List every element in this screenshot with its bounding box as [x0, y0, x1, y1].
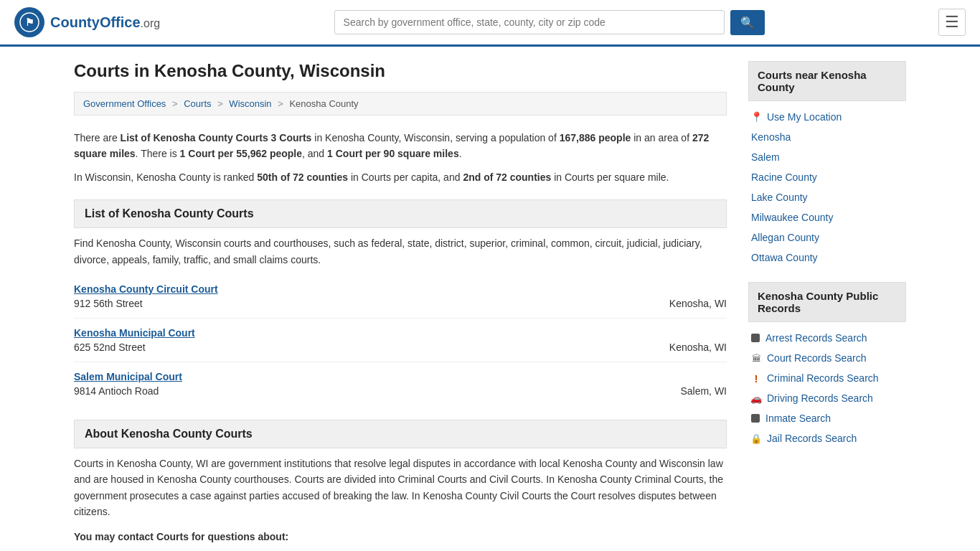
- sidebar-item-racine-county[interactable]: Racine County: [748, 167, 906, 187]
- search-area: 🔍: [334, 10, 765, 35]
- sidebar-link-court-records[interactable]: 🏛 Court Records Search: [748, 348, 906, 368]
- square-icon: [751, 334, 760, 342]
- sidebar-use-location[interactable]: 📍 Use My Location: [748, 107, 906, 127]
- person-icon: [751, 414, 760, 423]
- sidebar-item-allegan-county[interactable]: Allegan County: [748, 227, 906, 248]
- info-paragraph-1: There are List of Kenosha County Courts …: [74, 130, 727, 162]
- sidebar-use-location-label: Use My Location: [767, 111, 842, 123]
- court-address-salem: 9814 Antioch Road: [74, 385, 159, 397]
- sidebar-link-driving[interactable]: 🚗 Driving Records Search: [748, 388, 906, 408]
- sidebar-link-inmate[interactable]: Inmate Search: [748, 408, 906, 428]
- sidebar-public-records-title: Kenosha County Public Records: [748, 282, 906, 322]
- content-area: Courts in Kenosha County, Wisconsin Gove…: [74, 61, 727, 542]
- sidebar-driving-label: Driving Records Search: [767, 392, 873, 404]
- sidebar-item-milwaukee-label: Milwaukee County: [751, 212, 833, 223]
- contact-line: You may contact Courts for questions abo…: [74, 531, 727, 542]
- court-city-salem: Salem, WI: [680, 385, 727, 397]
- court-name-municipal[interactable]: Kenosha Municipal Court: [74, 327, 727, 339]
- breadcrumb-courts[interactable]: Courts: [184, 98, 211, 109]
- location-icon: 📍: [751, 112, 761, 122]
- logo-area: ⚑ CountyOffice.org: [14, 7, 160, 37]
- sidebar-item-racine-label: Racine County: [751, 171, 817, 183]
- sidebar-criminal-label: Criminal Records Search: [767, 372, 879, 384]
- sidebar-item-lake-county[interactable]: Lake County: [748, 187, 906, 207]
- search-input[interactable]: [334, 10, 725, 34]
- header: ⚑ CountyOffice.org 🔍 ☰: [0, 0, 980, 47]
- lock-icon: 🔒: [751, 433, 761, 443]
- breadcrumb-kenosha-county: Kenosha County: [289, 98, 358, 109]
- building-icon: 🏛: [751, 353, 761, 363]
- sidebar-item-ottawa-county[interactable]: Ottawa County: [748, 248, 906, 268]
- sidebar: Courts near Kenosha County 📍 Use My Loca…: [748, 61, 906, 542]
- sidebar-item-ottawa-label: Ottawa County: [751, 252, 818, 263]
- sidebar-inmate-label: Inmate Search: [765, 413, 831, 424]
- table-row: Kenosha County Circuit Court 912 56th St…: [74, 275, 727, 319]
- sidebar-item-salem[interactable]: Salem: [748, 147, 906, 167]
- courts-list-description: Find Kenosha County, Wisconsin courts an…: [74, 235, 727, 268]
- page-title: Courts in Kenosha County, Wisconsin: [74, 61, 727, 81]
- about-text: Courts in Kenosha County, WI are governm…: [74, 456, 727, 520]
- breadcrumb-government-offices[interactable]: Government Offices: [83, 98, 166, 109]
- sidebar-link-jail[interactable]: 🔒 Jail Records Search: [748, 428, 906, 448]
- table-row: Salem Municipal Court 9814 Antioch Road …: [74, 362, 727, 405]
- court-city-municipal: Kenosha, WI: [669, 342, 727, 353]
- logo-text: CountyOffice.org: [50, 14, 160, 31]
- sidebar-court-records-label: Court Records Search: [767, 352, 867, 364]
- court-address-municipal: 625 52nd Street: [74, 342, 146, 353]
- sidebar-link-arrest[interactable]: Arrest Records Search: [748, 328, 906, 348]
- court-address-circuit: 912 56th Street: [74, 298, 143, 309]
- courts-list: Kenosha County Circuit Court 912 56th St…: [74, 275, 727, 405]
- courts-list-header: List of Kenosha County Courts: [74, 199, 727, 228]
- sidebar-item-lake-label: Lake County: [751, 192, 808, 203]
- sidebar-item-allegan-label: Allegan County: [751, 232, 819, 243]
- search-button[interactable]: 🔍: [730, 10, 765, 35]
- sidebar-link-criminal[interactable]: ! Criminal Records Search: [748, 368, 906, 388]
- svg-text:⚑: ⚑: [25, 17, 34, 28]
- court-name-circuit[interactable]: Kenosha County Circuit Court: [74, 283, 727, 295]
- sidebar-item-kenosha[interactable]: Kenosha: [748, 127, 906, 147]
- sidebar-public-records: Kenosha County Public Records Arrest Rec…: [748, 282, 906, 448]
- logo-icon: ⚑: [14, 7, 44, 37]
- sidebar-arrest-label: Arrest Records Search: [765, 332, 867, 344]
- sidebar-item-kenosha-label: Kenosha: [751, 131, 791, 143]
- about-header: About Kenosha County Courts: [74, 420, 727, 448]
- exclamation-icon: !: [751, 373, 761, 383]
- sidebar-item-milwaukee-county[interactable]: Milwaukee County: [748, 207, 906, 227]
- breadcrumb-wisconsin[interactable]: Wisconsin: [229, 98, 271, 109]
- courts-count: List of Kenosha County Courts: [121, 132, 268, 143]
- sidebar-item-salem-label: Salem: [751, 151, 780, 163]
- court-name-salem[interactable]: Salem Municipal Court: [74, 371, 727, 382]
- car-icon: 🚗: [751, 393, 761, 403]
- menu-icon[interactable]: ☰: [938, 9, 966, 36]
- court-city-circuit: Kenosha, WI: [669, 298, 727, 309]
- sidebar-jail-label: Jail Records Search: [767, 433, 857, 444]
- table-row: Kenosha Municipal Court 625 52nd Street …: [74, 319, 727, 362]
- info-paragraph-2: In Wisconsin, Kenosha County is ranked 5…: [74, 169, 727, 185]
- sidebar-nearby-title: Courts near Kenosha County: [748, 61, 906, 101]
- main-container: Courts in Kenosha County, Wisconsin Gove…: [60, 47, 920, 551]
- breadcrumb: Government Offices > Courts > Wisconsin …: [74, 92, 727, 116]
